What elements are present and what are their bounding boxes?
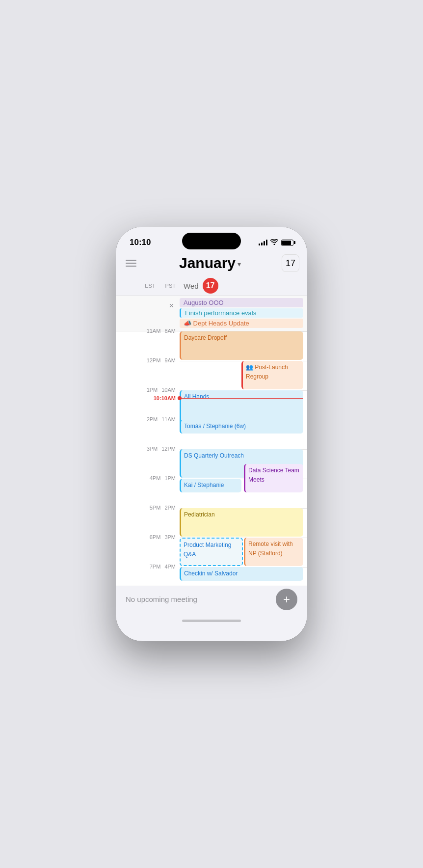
event-checkin-salvador[interactable]: Checkin w/ Salvador bbox=[180, 567, 303, 581]
event-daycare[interactable]: Daycare Dropoff bbox=[180, 331, 303, 360]
pst-time-label: 2PM bbox=[164, 505, 176, 511]
est-time-label: 12PM bbox=[147, 357, 161, 363]
event-product-marketing[interactable]: Product Marketing Q&A bbox=[180, 538, 243, 566]
event-title: Data Science Team Meets bbox=[248, 467, 299, 483]
event-kai-stephanie[interactable]: Kai / Stephanie bbox=[180, 479, 241, 492]
time-grid: 11AM 8AM 12PM 9AM 1PM 10AM 2PM 11AM bbox=[116, 331, 307, 586]
pst-time-label: 8AM bbox=[164, 328, 176, 334]
event-title: DS Quarterly Outreach bbox=[184, 452, 244, 459]
pst-time-label: 3PM bbox=[164, 534, 176, 540]
est-time-label: 4PM bbox=[150, 475, 161, 481]
calendar-footer: No upcoming meeting + bbox=[116, 586, 307, 612]
event-title: Daycare Dropoff bbox=[184, 334, 227, 341]
event-title: Tomás / Stephanie (6w) bbox=[184, 423, 246, 430]
event-title: Kai / Stephanie bbox=[184, 482, 224, 488]
est-time-label: 6PM bbox=[150, 534, 161, 540]
pst-time-label: 9AM bbox=[164, 357, 176, 363]
event-title: 👥 Post-Launch Regroup bbox=[246, 364, 288, 380]
no-meeting-text: No upcoming meeting bbox=[126, 595, 197, 603]
event-post-launch[interactable]: 👥 Post-Launch Regroup bbox=[241, 361, 303, 389]
wifi-icon bbox=[270, 239, 278, 246]
collapse-icon[interactable]: ✕ bbox=[169, 302, 174, 309]
finish-evals-event[interactable]: Finish performance evals bbox=[180, 308, 303, 318]
add-event-button[interactable]: + bbox=[276, 589, 297, 610]
chevron-down-icon: ▾ bbox=[238, 260, 241, 268]
dept-heads-event[interactable]: 📣 Dept Heads Update bbox=[180, 319, 303, 328]
event-data-science-meets[interactable]: Data Science Team Meets bbox=[244, 464, 303, 492]
est-time-label: 3PM bbox=[147, 446, 158, 452]
status-time: 10:10 bbox=[130, 238, 151, 247]
pst-time-label: 4PM bbox=[164, 564, 176, 570]
pst-label: PST bbox=[165, 283, 176, 289]
calendar-scroll[interactable]: ✕ Augusto OOO Finish performance evals 📣… bbox=[116, 296, 307, 586]
event-title: All Hands bbox=[184, 393, 209, 400]
pst-time-label: 12PM bbox=[161, 446, 176, 452]
timezone-labels: EST PST bbox=[116, 283, 180, 289]
month-label: January bbox=[179, 255, 236, 271]
signal-icon bbox=[259, 240, 267, 245]
all-day-area: ✕ Augusto OOO Finish performance evals 📣… bbox=[116, 296, 307, 331]
pst-time-label: 1PM bbox=[164, 475, 176, 481]
day-label: Wed 17 bbox=[180, 278, 307, 294]
dynamic-island bbox=[182, 233, 241, 249]
status-icons bbox=[259, 239, 293, 246]
event-title: Checkin w/ Salvador bbox=[184, 570, 238, 577]
pst-time-label: 10AM bbox=[161, 387, 176, 393]
phone-screen: 10:10 bbox=[116, 227, 307, 641]
hamburger-menu-button[interactable] bbox=[124, 258, 138, 269]
event-remote-visit[interactable]: Remote visit with NP (Stafford) bbox=[244, 538, 303, 566]
augusto-event[interactable]: Augusto OOO bbox=[180, 298, 303, 307]
month-title[interactable]: January ▾ bbox=[179, 255, 241, 271]
day-number-badge[interactable]: 17 bbox=[203, 278, 218, 294]
est-time-label: 2PM bbox=[147, 416, 158, 422]
event-title: Pediatrician bbox=[184, 511, 215, 518]
est-label: EST bbox=[145, 283, 155, 289]
est-time-label: 11AM bbox=[147, 328, 161, 334]
est-time-label: 1PM bbox=[147, 387, 158, 393]
est-time-label: 7PM bbox=[150, 564, 161, 570]
home-indicator bbox=[116, 612, 307, 629]
calendar-header: January ▾ 17 bbox=[116, 251, 307, 276]
day-header: EST PST Wed 17 bbox=[116, 276, 307, 296]
battery-icon bbox=[281, 240, 293, 246]
day-name: Wed bbox=[184, 282, 199, 290]
status-bar: 10:10 bbox=[116, 227, 307, 251]
pst-time-label: 11AM bbox=[161, 416, 176, 422]
event-tomas-stephanie[interactable]: Tomás / Stephanie (6w) bbox=[180, 420, 303, 434]
est-time-label: 5PM bbox=[150, 505, 161, 511]
phone-frame: 10:10 bbox=[116, 227, 307, 641]
event-title: Remote visit with NP (Stafford) bbox=[248, 541, 293, 557]
event-pediatrician[interactable]: Pediatrician bbox=[180, 508, 303, 537]
event-title: Product Marketing Q&A bbox=[184, 542, 231, 558]
today-date-badge[interactable]: 17 bbox=[282, 254, 299, 272]
